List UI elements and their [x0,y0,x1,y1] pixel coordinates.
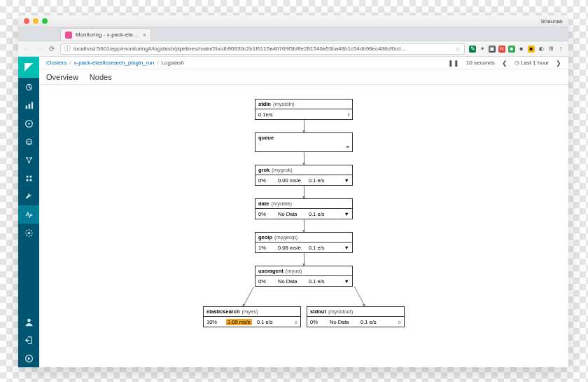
svg-rect-2 [28,104,29,109]
ext-icon-3[interactable]: N [498,46,505,53]
ext-icon-1[interactable]: ✎ [469,46,476,53]
clock-icon: ◷ [514,60,521,66]
input-icon: i [342,111,349,118]
pause-icon[interactable]: ❚❚ [448,60,459,67]
svg-point-12 [26,175,28,177]
node-id: (mygeoip) [274,234,298,240]
filter-icon: ▼ [342,245,349,251]
back-icon[interactable]: ← [22,45,31,53]
close-tab-icon[interactable]: × [143,32,146,39]
breadcrumb-sep: / [157,60,158,66]
subnav: Overview Nodes [39,69,568,85]
address-bar[interactable]: ⓘ localhost:5601/app/monitoring#/logstas… [60,43,465,55]
chrome-menu-icon[interactable]: ⋮ [557,46,564,53]
sidebar-item-discover[interactable] [18,78,39,96]
node-name: elasticsearch [206,308,240,315]
queue-icon: ≡ [342,144,349,150]
kibana-sidebar [18,57,39,367]
time-prev-icon[interactable]: ❮ [502,60,507,67]
sidebar-item-management[interactable] [18,224,39,242]
kibana-app: Clusters / x-pack-elasticsearch_plugin_r… [18,57,568,367]
node-name: queue [258,135,274,141]
node-ms: 0.00 ms/e [278,177,306,184]
node-grok[interactable]: grok(mygrok) 0% 0.00 ms/e 0.1 e/s ▼ [255,165,353,186]
pipeline-canvas[interactable]: stdin(mystdin) 0.1e/s i queue ≡ grok(myg… [39,85,568,367]
tab-title: Monitoring - x-pack-elasticse [76,32,139,38]
svg-point-5 [28,123,29,124]
kibana-logo[interactable] [18,57,39,78]
node-queue[interactable]: queue ≡ [255,132,353,152]
node-evs: 0.1 e/s [257,319,282,325]
node-geoip[interactable]: geoip(mygeoip) 1% 0.08 ms/e 0.1 e/s ▼ [255,232,353,253]
node-evs: 0.1 e/s [309,278,334,285]
sidebar-item-devtools[interactable] [18,187,39,205]
node-useragent[interactable]: useragent(myua) 0% No Data 0.1 e/s ▼ [255,266,353,287]
reload-icon[interactable]: ⟳ [48,45,56,53]
output-icon: ○ [394,319,401,325]
node-pct: 0% [258,278,275,285]
node-id: (mystdin) [273,101,295,107]
node-pct: 1% [258,245,275,251]
filter-icon: ▼ [342,211,349,217]
sidebar-item-monitoring[interactable] [18,205,39,224]
subnav-nodes[interactable]: Nodes [90,73,112,81]
connector [304,219,304,232]
node-name: geoip [258,234,272,240]
node-name: date [258,200,269,207]
sidebar-item-visualize[interactable] [18,96,39,114]
ext-icon-7[interactable]: ◐ [538,46,545,53]
sidebar-item-timelion[interactable] [18,132,39,151]
connector [304,253,304,266]
url-text: localhost:5601/app/monitoring#/logstash/… [74,46,452,52]
output-row: elasticsearch(myes) 10% 1.09 ms/e 0.1 e/… [203,306,405,327]
node-stdin[interactable]: stdin(mystdin) 0.1e/s i [255,99,353,120]
macos-titlebar: Shaunak [18,15,568,27]
ext-icon-6[interactable]: ■ [528,46,535,53]
node-ms: No Data [330,319,358,325]
ext-icon-4[interactable]: ■ [508,46,515,53]
node-date[interactable]: date(mydate) 0% No Data 0.1 e/s ▼ [255,198,353,219]
sidebar-item-machine-learning[interactable] [18,169,39,187]
breadcrumb-sep: / [69,60,71,66]
forward-icon: → [35,45,43,53]
refresh-interval[interactable]: 10 seconds [466,60,495,66]
subnav-overview[interactable]: Overview [46,73,78,81]
time-next-icon[interactable]: ❯ [556,60,561,67]
sidebar-item-graph[interactable] [18,151,39,169]
time-range-label: Last 1 hour [521,60,549,66]
site-info-icon[interactable]: ⓘ [64,44,71,53]
breadcrumb-cluster-name[interactable]: x-pack-elasticsearch_plugin_run [74,60,155,66]
ext-icon-8[interactable]: ⊞ [547,46,554,53]
bookmark-star-icon[interactable]: ☆ [455,46,461,53]
node-evs: 0.1 e/s [309,211,334,217]
node-elasticsearch[interactable]: elasticsearch(myes) 10% 1.09 ms/e 0.1 e/… [203,306,301,327]
svg-rect-3 [31,102,32,109]
time-range[interactable]: ◷ Last 1 hour [514,60,549,66]
connector [304,152,304,165]
zoom-dot[interactable] [42,18,48,24]
node-stdout[interactable]: stdout(mystdout) 0% No Data 0.1 e/s ○ [307,306,405,327]
sidebar-item-dashboard[interactable] [18,114,39,132]
minimize-dot[interactable] [33,18,38,24]
sidebar-item-logout[interactable] [18,331,39,349]
close-dot[interactable] [24,18,29,24]
node-evs: 0.1 e/s [360,319,386,325]
browser-tab[interactable]: Monitoring - x-pack-elasticse × [60,28,151,41]
chrome-profile-name[interactable]: Shaunak [540,18,563,25]
node-name: useragent [258,268,284,274]
node-id: (myes) [242,308,258,315]
sidebar-item-account[interactable] [18,313,39,331]
sidebar-item-collapse[interactable] [18,349,39,367]
node-pct: 10% [206,319,223,325]
svg-point-16 [27,231,29,233]
browser-tabstrip: Monitoring - x-pack-elasticse × [18,27,568,41]
breadcrumb-clusters[interactable]: Clusters [46,60,66,66]
split-connector [206,287,402,306]
cast-icon[interactable]: ▣ [489,46,496,53]
ext-icon-2[interactable]: ✦ [479,46,486,53]
kibana-favicon [65,32,72,39]
svg-point-7 [27,140,29,142]
breadcrumb-current: Logstash [162,60,184,66]
ext-icon-5[interactable]: ■ [518,46,525,53]
node-name: grok [258,167,270,173]
